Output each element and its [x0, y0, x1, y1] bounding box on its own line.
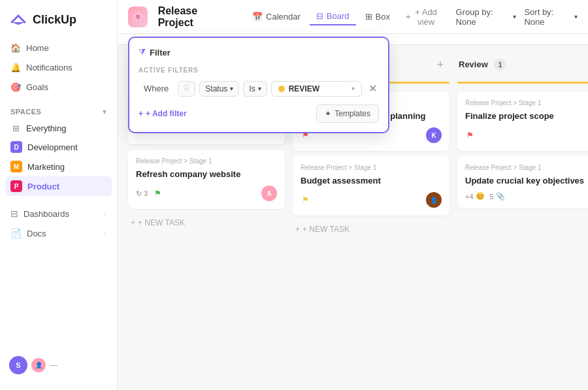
filter-funnel-icon: ⧩	[139, 47, 146, 57]
user-menu-trigger[interactable]: —	[50, 361, 57, 370]
templates-icon: ✦	[325, 109, 331, 118]
card-refresh-website[interactable]: Release Project > Stage 1 Refresh compan…	[128, 150, 285, 209]
dashboards-icon: ⊟	[10, 208, 18, 219]
user-avatar-2[interactable]: 👤	[31, 358, 46, 372]
card-update-objectives[interactable]: Release Project > Stage 1 Update crucial…	[457, 156, 588, 208]
column-title-review-right: Review	[459, 59, 488, 69]
sidebar-item-marketing-label: Marketing	[27, 162, 65, 172]
column-header-review-right: Review 1 +	[457, 53, 588, 76]
card-footer-2: ↻ 3 ⚑ A	[136, 186, 277, 201]
filter-where-label: Where	[139, 80, 174, 97]
user-avatar-s[interactable]: S	[9, 356, 27, 374]
group-by-control[interactable]: Group by: None ▾	[456, 7, 517, 27]
chevron-field-icon: ▾	[230, 85, 233, 92]
sidebar-item-home[interactable]: 🏠 Home	[5, 38, 112, 57]
status-dot	[278, 86, 285, 92]
card-avatar-4: 👤	[426, 192, 442, 208]
refresh-icon: ↻	[136, 189, 142, 198]
chevron-val-icon: ▾	[351, 85, 355, 92]
card-meta-6: Release Project > Stage 1	[465, 164, 588, 171]
templates-btn[interactable]: ✦ Templates	[316, 105, 379, 123]
column-review-right: Review 1 + Release Project > Stage 1 Fin…	[457, 53, 588, 382]
sidebar-item-everything[interactable]: ⊞ Everything	[5, 119, 112, 137]
sidebar-item-product-label: Product	[27, 182, 59, 191]
card-stat-5: 5 📎	[490, 192, 505, 201]
card-stat-count: ↻ 3	[136, 189, 148, 198]
drag-icon: ⠿	[184, 84, 189, 93]
filter-operator-chip[interactable]: Is ▾	[243, 81, 267, 97]
new-task-btn-col1[interactable]: + + NEW TASK	[128, 214, 285, 231]
sidebar-nav: 🏠 Home 🔔 Notifications 🎯 Goals	[0, 38, 117, 97]
bell-icon: 🔔	[10, 62, 21, 73]
chevron-right-icon: ›	[104, 210, 106, 218]
project-icon: 🌸	[128, 7, 148, 27]
chevron-right-docs-icon: ›	[104, 229, 106, 237]
filter-drag-handle[interactable]: ⠿	[178, 81, 195, 97]
everything-icon: ⊞	[10, 123, 21, 133]
sidebar-item-goals[interactable]: 🎯 Goals	[5, 77, 112, 97]
card-footer-5: ⚑ A	[465, 127, 588, 143]
chevron-group-icon: ▾	[513, 13, 516, 20]
chevron-sort-icon: ▾	[574, 13, 578, 20]
card-budget-assessment[interactable]: Release Project > Stage 1 Budget assessm…	[293, 156, 449, 216]
new-task-btn-col2[interactable]: + + NEW TASK	[293, 221, 449, 238]
card-finalize-scope[interactable]: Release Project > Stage 1 Finalize proje…	[457, 91, 588, 151]
sidebar-item-development[interactable]: D Development	[5, 137, 112, 157]
filter-field-chip[interactable]: Status ▾	[199, 81, 239, 97]
filter-field-label: Status	[205, 84, 227, 93]
sidebar-item-goals-label: Goals	[26, 82, 48, 92]
docs-icon: 📄	[10, 228, 22, 238]
sidebar-item-dashboards[interactable]: ⊟ Dashboards ›	[5, 204, 112, 223]
add-filter-btn[interactable]: + + Add filter	[139, 109, 187, 118]
card-footer-4: ⚑ 👤	[301, 192, 442, 208]
goals-icon: 🎯	[10, 82, 21, 92]
plus-new-task-icon: +	[131, 218, 135, 227]
board-icon: ⊟	[316, 11, 323, 21]
development-dot: D	[10, 141, 22, 153]
card-stat-plus4: +4 😊	[465, 192, 485, 201]
home-icon: 🏠	[10, 42, 21, 53]
project-title: Release Project	[158, 5, 230, 29]
card-avatar-3: K	[426, 127, 442, 143]
filter-value-label: REVIEW	[289, 84, 319, 93]
add-view-btn[interactable]: + + Add view	[399, 4, 446, 30]
sidebar-item-notifications[interactable]: 🔔 Notifications	[5, 57, 112, 77]
card-meta-5: Release Project > Stage 1	[465, 99, 588, 106]
sidebar-item-docs[interactable]: 📄 Docs ›	[5, 223, 112, 243]
header: 🌸 Release Project 📅 Calendar ⊟ Board ⊞ B…	[118, 0, 588, 34]
sidebar-item-home-label: Home	[26, 43, 49, 53]
card-title-2: Refresh company website	[136, 169, 277, 180]
sidebar: ClickUp 🏠 Home 🔔 Notifications 🎯 Goals S…	[0, 0, 118, 390]
spaces-section: Spaces ▾ ⊞ Everything D Development M Ma…	[0, 97, 117, 199]
card-title-5: Finalize project scope	[465, 110, 588, 122]
sidebar-item-dashboards-label: Dashboards	[24, 209, 69, 219]
sidebar-item-product[interactable]: P Product	[5, 176, 112, 196]
sort-by-control[interactable]: Sort by: None ▾	[524, 7, 578, 27]
column-add-btn-review[interactable]: +	[433, 57, 448, 73]
paperclip-icon: 📎	[496, 192, 505, 201]
filter-row: Where ⠿ Status ▾ Is ▾ REVIEW ▾	[139, 80, 379, 97]
sidebar-item-everything-label: Everything	[26, 123, 66, 133]
calendar-view-btn[interactable]: 📅 Calendar	[246, 8, 307, 25]
filter-close-btn[interactable]: ✕	[366, 82, 379, 95]
flag-yellow-icon-4: ⚑	[301, 195, 310, 204]
main-content: 🌸 Release Project 📅 Calendar ⊟ Board ⊞ B…	[118, 0, 588, 390]
logo: ClickUp	[0, 8, 117, 38]
column-count-review-right: 1	[494, 59, 506, 71]
clickup-logo-icon	[9, 10, 27, 29]
filter-value-chip[interactable]: REVIEW ▾	[271, 81, 362, 97]
filter-dropdown: ⧩ Filter ACTIVE FILTERS Where ⠿ Status ▾…	[128, 37, 389, 133]
toolbar: ⧩ Filter ACTIVE FILTERS Where ⠿ Status ▾…	[118, 34, 588, 45]
spaces-label: Spaces	[10, 108, 41, 116]
spaces-section-header[interactable]: Spaces ▾	[5, 105, 112, 119]
reaction-icon: 😊	[476, 192, 485, 201]
filter-header: ⧩ Filter	[139, 47, 379, 59]
logo-text: ClickUp	[33, 13, 76, 27]
chevron-op-icon: ▾	[258, 85, 261, 92]
board-view-btn[interactable]: ⊟ Board	[310, 8, 356, 25]
sidebar-item-marketing[interactable]: M Marketing	[5, 157, 112, 176]
flag-green-icon: ⚑	[153, 189, 162, 198]
card-footer-6: +4 😊 5 📎	[465, 192, 588, 201]
sidebar-bottom-nav: ⊟ Dashboards › 📄 Docs ›	[0, 204, 117, 243]
box-view-btn[interactable]: ⊞ Box	[359, 8, 397, 25]
